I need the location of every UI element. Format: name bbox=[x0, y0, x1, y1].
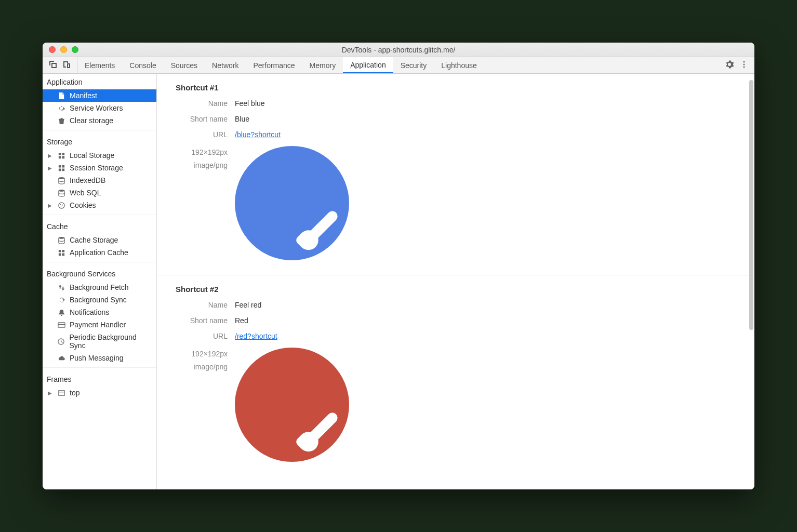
svg-point-7 bbox=[62, 204, 63, 205]
toolbar: Elements Console Sources Network Perform… bbox=[43, 57, 754, 74]
sidebar-item-label: Session Storage bbox=[70, 164, 123, 172]
shortcut-url-link[interactable]: /blue?shortcut bbox=[235, 130, 281, 139]
settings-icon[interactable] bbox=[725, 60, 734, 70]
chevron-right-icon: ▶ bbox=[48, 203, 52, 208]
svg-rect-11 bbox=[58, 324, 64, 325]
more-icon[interactable] bbox=[740, 60, 748, 70]
field-label: URL bbox=[157, 332, 235, 340]
panel-tabs: Elements Console Sources Network Perform… bbox=[77, 57, 484, 73]
frame-icon bbox=[57, 389, 65, 397]
scrollbar[interactable] bbox=[748, 80, 753, 483]
field-label: Short name bbox=[157, 115, 235, 123]
sidebar-item-session-storage[interactable]: ▶ Session Storage bbox=[43, 162, 156, 174]
grid-icon bbox=[57, 248, 65, 257]
sidebar-item-service-workers[interactable]: Service Workers bbox=[43, 102, 156, 114]
sidebar-item-label: Clear storage bbox=[70, 116, 113, 125]
cloud-icon bbox=[57, 354, 65, 362]
grid-icon bbox=[57, 164, 65, 172]
tab-memory[interactable]: Memory bbox=[302, 57, 343, 73]
tab-lighthouse[interactable]: Lighthouse bbox=[434, 57, 484, 73]
sidebar-item-background-sync[interactable]: Background Sync bbox=[43, 294, 156, 306]
sidebar-item-websql[interactable]: Web SQL bbox=[43, 187, 156, 199]
sidebar-item-label: Manifest bbox=[70, 91, 97, 100]
tab-sources[interactable]: Sources bbox=[164, 57, 205, 73]
field-value: Feel blue bbox=[235, 99, 265, 108]
close-window-button[interactable] bbox=[49, 46, 56, 53]
svg-point-6 bbox=[60, 204, 61, 205]
field-label: Name bbox=[157, 99, 235, 108]
svg-point-8 bbox=[60, 206, 61, 207]
db-icon bbox=[57, 236, 65, 244]
minimize-window-button[interactable] bbox=[60, 46, 67, 53]
file-icon bbox=[57, 91, 65, 100]
scrollbar-thumb[interactable] bbox=[749, 80, 753, 330]
sidebar-item-periodic-sync[interactable]: Periodic Background Sync bbox=[43, 331, 156, 352]
svg-point-0 bbox=[743, 61, 745, 63]
sidebar-item-payment-handler[interactable]: Payment Handler bbox=[43, 318, 156, 331]
sidebar-item-local-storage[interactable]: ▶ Local Storage bbox=[43, 149, 156, 162]
tab-console[interactable]: Console bbox=[122, 57, 163, 73]
sidebar-item-manifest[interactable]: Manifest bbox=[43, 89, 156, 102]
svg-point-4 bbox=[58, 189, 64, 191]
field-value: Feel red bbox=[235, 301, 261, 309]
shortcut-icon bbox=[235, 348, 349, 462]
db-icon bbox=[57, 189, 65, 197]
gear-icon bbox=[57, 104, 65, 112]
sidebar-item-indexeddb[interactable]: IndexedDB bbox=[43, 174, 156, 187]
titlebar: DevTools - app-shortcuts.glitch.me/ bbox=[43, 43, 754, 57]
svg-point-3 bbox=[58, 177, 64, 179]
maximize-window-button[interactable] bbox=[72, 46, 78, 53]
tab-application[interactable]: Application bbox=[343, 57, 393, 73]
chevron-right-icon: ▶ bbox=[48, 153, 52, 158]
sidebar-item-notifications[interactable]: Notifications bbox=[43, 306, 156, 318]
window-title: DevTools - app-shortcuts.glitch.me/ bbox=[43, 46, 754, 54]
shortcut-title: Shortcut #2 bbox=[157, 285, 754, 301]
sidebar-item-clear-storage[interactable]: Clear storage bbox=[43, 114, 156, 127]
sidebar-item-label: Service Workers bbox=[70, 104, 123, 112]
window-controls bbox=[49, 46, 78, 53]
sidebar-item-label: Cache Storage bbox=[70, 236, 118, 244]
trash-icon bbox=[57, 116, 65, 125]
sidebar-item-label: Local Storage bbox=[70, 151, 114, 159]
sidebar: Application Manifest Service Workers Cle… bbox=[43, 74, 157, 489]
brush-icon bbox=[307, 209, 340, 242]
sidebar-item-label: Notifications bbox=[70, 308, 109, 316]
icon-mime: image/png bbox=[157, 361, 228, 374]
chevron-right-icon: ▶ bbox=[48, 390, 52, 396]
sidebar-item-label: top bbox=[70, 389, 79, 397]
sidebar-item-application-cache[interactable]: Application Cache bbox=[43, 246, 156, 259]
sidebar-item-background-fetch[interactable]: Background Fetch bbox=[43, 281, 156, 294]
svg-point-5 bbox=[58, 202, 64, 208]
card-icon bbox=[57, 321, 65, 329]
sidebar-group-cache: Cache bbox=[43, 218, 156, 234]
sidebar-item-label: Background Fetch bbox=[70, 283, 129, 291]
sidebar-item-cache-storage[interactable]: Cache Storage bbox=[43, 234, 156, 246]
icon-size: 192×192px bbox=[157, 146, 228, 159]
field-label: URL bbox=[157, 130, 235, 139]
sidebar-item-push-messaging[interactable]: Push Messaging bbox=[43, 352, 156, 364]
sidebar-item-label: Background Sync bbox=[70, 296, 127, 304]
sidebar-group-application: Application bbox=[43, 74, 156, 89]
db-icon bbox=[57, 176, 65, 184]
inspect-icon[interactable] bbox=[49, 60, 57, 70]
svg-point-9 bbox=[58, 236, 64, 238]
main-panel: Shortcut #1 NameFeel blue Short nameBlue… bbox=[157, 74, 754, 489]
clock-icon bbox=[57, 337, 65, 345]
sidebar-item-label: Push Messaging bbox=[70, 354, 124, 362]
icon-size: 192×192px bbox=[157, 348, 228, 361]
sidebar-item-cookies[interactable]: ▶ Cookies bbox=[43, 199, 156, 211]
tab-network[interactable]: Network bbox=[205, 57, 246, 73]
tab-security[interactable]: Security bbox=[393, 57, 434, 73]
device-toggle-icon[interactable] bbox=[62, 60, 71, 70]
tab-performance[interactable]: Performance bbox=[246, 57, 302, 73]
svg-point-2 bbox=[743, 66, 745, 68]
brush-icon bbox=[307, 410, 340, 444]
sidebar-item-top-frame[interactable]: ▶ top bbox=[43, 387, 156, 399]
updown-icon bbox=[57, 283, 65, 291]
sidebar-group-background: Background Services bbox=[43, 265, 156, 281]
tab-elements[interactable]: Elements bbox=[77, 57, 122, 73]
field-value: Blue bbox=[235, 115, 249, 123]
sidebar-group-storage: Storage bbox=[43, 134, 156, 149]
shortcut-section: Shortcut #1 NameFeel blue Short nameBlue… bbox=[157, 74, 754, 275]
shortcut-url-link[interactable]: /red?shortcut bbox=[235, 332, 277, 340]
